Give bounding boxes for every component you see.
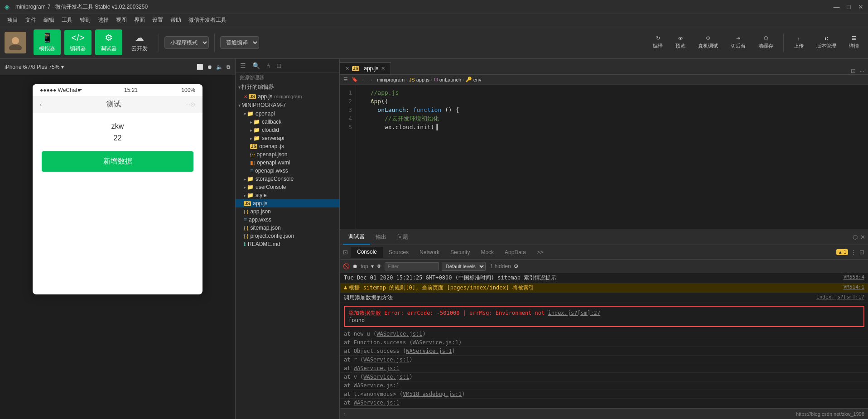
nav-arrow-forward[interactable]: → xyxy=(368,77,373,82)
menu-item-ui[interactable]: 界面 xyxy=(130,14,149,26)
open-editors-section[interactable]: ▾ 打开的编辑器 xyxy=(236,82,339,92)
console-ref-1[interactable]: VM558:4 xyxy=(844,274,864,280)
console-ref-3[interactable]: index.js?[sm]:17 xyxy=(816,294,864,300)
trace-ref-3[interactable]: WAService.js:1 xyxy=(406,348,452,354)
console-expand-icon[interactable]: › xyxy=(344,411,346,417)
menu-item-goto[interactable]: 转到 xyxy=(76,14,94,26)
hidden-settings-icon[interactable]: ⚙ xyxy=(514,263,519,270)
tree-item-serverapi[interactable]: ▸ 📁 serverapi xyxy=(236,134,339,142)
refresh-button[interactable]: ↻ 编译 xyxy=(648,34,667,51)
menu-item-help[interactable]: 帮助 xyxy=(167,14,185,26)
user-avatar[interactable] xyxy=(5,32,26,53)
menu-item-wechat[interactable]: 微信开发者工具 xyxy=(185,14,230,26)
open-file-item[interactable]: ✕ JS app.js miniprogram xyxy=(236,92,339,101)
tab-close-icon[interactable]: ✕ xyxy=(345,66,349,72)
editor-button[interactable]: </> 编辑器 xyxy=(64,30,92,55)
maximize-button[interactable]: □ xyxy=(847,3,851,10)
console-tab-mock[interactable]: Mock xyxy=(475,247,499,257)
tree-item-openapi-json[interactable]: {·} openapi.json xyxy=(236,150,339,159)
error-ref[interactable]: index.js?[sm]:27 xyxy=(548,310,600,316)
console-ref-2[interactable]: VM514:1 xyxy=(844,284,864,290)
tree-item-appjs[interactable]: JS app.js xyxy=(236,199,339,207)
devtools-tab-debugger[interactable]: 调试器 xyxy=(343,229,370,245)
menu-item-edit[interactable]: 编辑 xyxy=(40,14,58,26)
console-tab-sources[interactable]: Sources xyxy=(383,247,414,257)
devtools-close-icon[interactable]: ✕ xyxy=(860,234,865,241)
clear-console-icon[interactable]: 🚫 xyxy=(343,263,350,270)
simulator-button[interactable]: 📱 模拟器 xyxy=(34,29,61,55)
console-tab-security[interactable]: Security xyxy=(445,247,475,257)
preview-button[interactable]: 👁 预览 xyxy=(671,34,690,51)
console-cursor-icon[interactable]: ⊡ xyxy=(340,249,351,255)
tab-appjs[interactable]: ✕ JS app.js ✕ xyxy=(340,62,391,74)
tree-item-sitemap[interactable]: {·} sitemap.json xyxy=(236,224,339,232)
file-branch-icon[interactable]: ⑃ xyxy=(265,61,272,70)
real-device-button[interactable]: ⚙ 真机调试 xyxy=(694,34,723,51)
console-tab-console[interactable]: Console xyxy=(351,247,383,258)
menu-item-project[interactable]: 项目 xyxy=(4,14,22,26)
trace-ref-8[interactable]: VM518 asdebug.js:1 xyxy=(403,391,462,397)
tree-item-appjson[interactable]: {·} app.json xyxy=(236,207,339,216)
devtools-expand-icon[interactable]: ⬡ xyxy=(853,234,858,241)
detail-button[interactable]: ☰ 详情 xyxy=(844,34,863,51)
cut-back-button[interactable]: ⇥ 切后台 xyxy=(726,34,750,51)
tree-item-project-config[interactable]: {·} project.config.json xyxy=(236,232,339,240)
tree-item-openapi-wxml[interactable]: ◧ openapi.wxml xyxy=(236,159,339,167)
trace-ref-7[interactable]: WAService.js:1 xyxy=(354,382,400,389)
nav-bookmark-icon[interactable]: 🔖 xyxy=(352,77,358,82)
file-collapse-icon[interactable]: ⊟ xyxy=(275,61,284,70)
more-icon[interactable]: ⊙ xyxy=(190,101,195,108)
devtools-tab-output[interactable]: 输出 xyxy=(370,229,392,245)
project-section[interactable]: ▾ MINIPROGRAM-7 xyxy=(236,101,339,110)
close-button[interactable]: ✕ xyxy=(858,3,863,10)
sim-icon-record[interactable]: ⏺ xyxy=(207,64,212,70)
sim-icon-screen[interactable]: ⬜ xyxy=(197,64,203,70)
filter-input[interactable] xyxy=(385,262,439,270)
upload-button[interactable]: ↑ 上传 xyxy=(789,34,808,51)
menu-item-view[interactable]: 视图 xyxy=(112,14,130,26)
cloud-button[interactable]: ☁ 云开发 xyxy=(126,29,153,55)
trace-ref-4[interactable]: WAService.js:1 xyxy=(363,356,409,363)
devtools-tab-problems[interactable]: 问题 xyxy=(392,229,414,245)
mode-select[interactable]: 小程序模式 xyxy=(164,36,209,49)
tree-item-storage[interactable]: ▸ 📁 storageConsole xyxy=(236,175,339,183)
file-list-icon[interactable]: ☰ xyxy=(238,61,248,70)
trace-ref-5[interactable]: WAService.js:1 xyxy=(354,365,400,371)
tree-item-readme[interactable]: ℹ README.md xyxy=(236,240,339,248)
nav-arrow-back[interactable]: ← xyxy=(362,77,366,82)
clear-cache-button[interactable]: ⬡ 清缓存 xyxy=(754,34,778,51)
top-dropdown-icon[interactable]: ▾ xyxy=(371,263,374,270)
tree-item-style[interactable]: ▸ 📁 style xyxy=(236,191,339,199)
file-search-icon[interactable]: 🔍 xyxy=(251,61,262,70)
close-file-icon[interactable]: ✕ xyxy=(244,94,247,99)
tree-item-openapi[interactable]: ▾ 📁 openapi xyxy=(236,110,339,118)
nav-back-icon[interactable]: ☰ xyxy=(343,77,348,82)
console-tab-appdata[interactable]: AppData xyxy=(499,247,531,257)
split-editor-icon[interactable]: ⊡ xyxy=(851,67,856,74)
tree-item-cloudid[interactable]: ▸ 📁 cloudid xyxy=(236,126,339,134)
minimize-button[interactable]: — xyxy=(834,3,840,10)
console-more-icon[interactable]: ⋮ xyxy=(851,249,857,255)
add-data-button[interactable]: 新增数据 xyxy=(42,151,193,172)
code-content[interactable]: //app.js App({ onLaunch: function () { /… xyxy=(356,85,868,229)
sim-icon-copy[interactable]: ⧉ xyxy=(227,64,231,70)
tree-item-callback[interactable]: ▸ 📁 callback xyxy=(236,118,339,126)
device-select[interactable]: iPhone 6/7/8 Plus 75% ▾ xyxy=(5,64,64,70)
tree-item-user[interactable]: ▸ 📁 userConsole xyxy=(236,183,339,191)
menu-item-tools[interactable]: 工具 xyxy=(58,14,76,26)
menu-item-select[interactable]: 选择 xyxy=(94,14,112,26)
menu-dots[interactable]: ··· xyxy=(185,101,190,108)
debugger-button[interactable]: ⚙ 调试器 xyxy=(95,29,122,55)
compile-select[interactable]: 普通编译 xyxy=(220,36,259,49)
level-select[interactable]: Default levels xyxy=(442,262,486,271)
menu-item-file[interactable]: 文件 xyxy=(22,14,40,26)
console-tab-network[interactable]: Network xyxy=(414,247,445,257)
tree-item-openapi-wxss[interactable]: ≡ openapi.wxss xyxy=(236,167,339,175)
sim-icon-speaker[interactable]: 🔈 xyxy=(216,64,223,70)
version-button[interactable]: ⑆ 版本管理 xyxy=(812,34,841,51)
trace-ref-9[interactable]: WAService.js:1 xyxy=(354,400,400,406)
eye-icon[interactable]: 👁 xyxy=(376,263,382,270)
console-popout-icon[interactable]: ⊡ xyxy=(859,249,864,255)
more-options-icon[interactable]: ··· xyxy=(859,67,864,74)
tree-item-openapi-js[interactable]: JS openapi.js xyxy=(236,142,339,150)
